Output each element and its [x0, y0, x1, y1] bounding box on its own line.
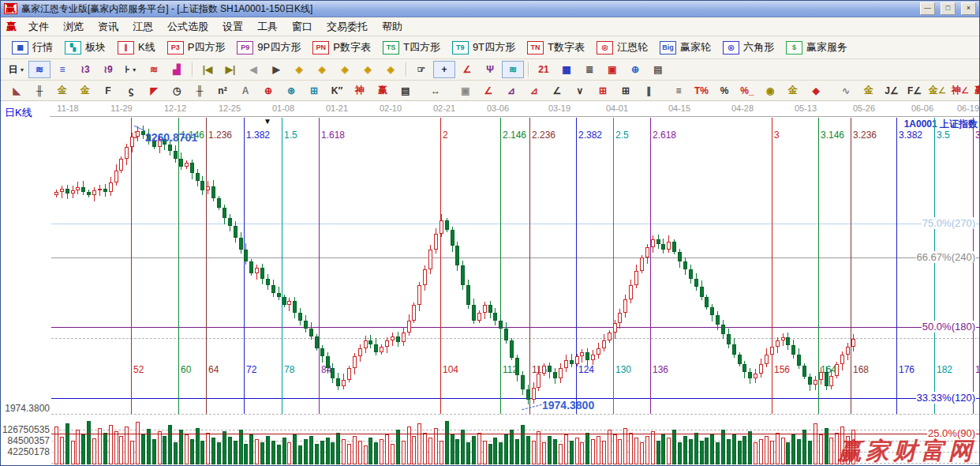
angle-channel-tool[interactable]: A — [234, 82, 256, 100]
gold-gate-tool[interactable]: 金 — [51, 82, 73, 100]
percent-tool[interactable]: % — [713, 82, 735, 100]
notes-button[interactable]: ≣ — [578, 61, 600, 78]
fan-box2-tool[interactable]: ⊿ — [523, 82, 545, 100]
quote-button[interactable]: ▦行情 — [7, 38, 58, 57]
gold-underline-tool[interactable]: 金 — [858, 82, 880, 100]
v-wave-tool[interactable]: ∨ — [569, 82, 591, 100]
t-number-button[interactable]: TNT数字表 — [522, 38, 589, 57]
fan-box-tool[interactable]: ⊿ — [500, 82, 522, 100]
last-page-button[interactable]: ▶| — [219, 61, 241, 78]
save-button[interactable]: ▣ — [601, 61, 623, 78]
gold-line-tool[interactable]: 金 — [782, 82, 804, 100]
n-square-tool[interactable]: n² — [211, 82, 234, 100]
rays-tool[interactable]: ∠ — [546, 82, 568, 100]
p-number-button[interactable]: PNP数字表 — [308, 38, 376, 57]
pattern-teal-button[interactable]: ≋ — [502, 61, 524, 78]
p-square-button[interactable]: P3P四方形 — [163, 38, 230, 57]
menu-item-6[interactable]: 工具 — [250, 17, 285, 36]
calendar-button[interactable]: 21 — [533, 61, 555, 78]
win-angle-tool[interactable]: 赢∠ — [972, 82, 980, 100]
hexagon-button[interactable]: ◎六角形 — [718, 38, 779, 57]
menu-item-9[interactable]: 帮助 — [375, 17, 410, 36]
prev-button[interactable]: ◀ — [242, 61, 264, 78]
wave-9-button[interactable]: ≀9 — [97, 61, 119, 78]
menu-item-0[interactable]: 文件 — [21, 17, 56, 36]
width-measure-tool[interactable]: ↔ — [425, 82, 447, 100]
next-button[interactable]: ▶ — [265, 61, 287, 78]
time-marks-tool[interactable]: ╫ — [28, 82, 50, 100]
t-percent-tool[interactable]: T% — [690, 82, 713, 100]
minimize-button[interactable]: — — [920, 2, 935, 15]
box-select-tool[interactable]: ▣ — [454, 82, 477, 100]
t-square-button[interactable]: TST四方形 — [378, 38, 445, 57]
menu-item-8[interactable]: 交易委托 — [320, 17, 375, 36]
levels-tool[interactable]: ≡ — [668, 82, 690, 100]
menu-item-1[interactable]: 浏览 — [56, 17, 91, 36]
close-button[interactable]: × — [961, 2, 976, 15]
fan-red-tool[interactable]: ∠ — [477, 82, 499, 100]
grid-red-tool[interactable]: ⊞ — [592, 82, 614, 100]
star-web-tool[interactable]: ⊛ — [280, 82, 302, 100]
parallel-lines-tool[interactable]: ∥ — [638, 82, 660, 100]
gann-wheel-button[interactable]: ◎江恩轮 — [592, 38, 653, 57]
kline-style-button[interactable]: 日▼ — [6, 61, 28, 78]
gann-circle-tool[interactable]: ⊕ — [257, 82, 279, 100]
ink-tool[interactable]: ◆ — [805, 82, 827, 100]
candle-tool-button-dropdown-icon[interactable]: ▼ — [132, 67, 137, 73]
red-eraser-tool[interactable]: ◤ — [143, 82, 165, 100]
k-note-tool[interactable]: K″ — [326, 82, 348, 100]
gann-tool-button[interactable]: Ψ — [479, 61, 501, 78]
print-button[interactable]: ▤ — [647, 61, 669, 78]
sector-button[interactable]: ▚板块 — [60, 38, 110, 57]
wave-3-button[interactable]: ≀3 — [74, 61, 96, 78]
volume-bar — [493, 438, 497, 464]
p9-square-button[interactable]: P99P四方形 — [232, 38, 305, 57]
menu-item-7[interactable]: 窗口 — [285, 17, 320, 36]
pattern-red-button[interactable]: ≋ — [143, 61, 165, 78]
calculator-button[interactable]: ▦ — [555, 61, 578, 78]
menu-item-2[interactable]: 资讯 — [91, 17, 125, 36]
diamond-left-button[interactable]: ◈ — [288, 61, 310, 78]
volume-profile-button[interactable]: ▟ — [166, 61, 188, 78]
menu-item-3[interactable]: 江恩 — [125, 17, 160, 36]
f-angle-tool[interactable]: F∠ — [903, 82, 926, 100]
candle-tool-button[interactable]: ⊦▼ — [120, 61, 142, 78]
percent-line-tool[interactable]: %_ — [736, 82, 758, 100]
time-marks2-tool[interactable]: ╫ — [189, 82, 211, 100]
diamond-right-button[interactable]: ◈ — [311, 61, 333, 78]
kline-style-button-dropdown-icon[interactable]: ▼ — [20, 67, 25, 73]
shen-angle-tool[interactable]: 神∠ — [949, 82, 971, 100]
j-angle-tool[interactable]: J∠ — [881, 82, 903, 100]
web-button[interactable]: ⊕ — [624, 61, 646, 78]
kline-button[interactable]: ∥K线 — [113, 38, 160, 57]
win-marks-tool[interactable]: 赢 — [372, 82, 394, 100]
shen-marks-tool[interactable]: 神 — [349, 82, 371, 100]
winner-service-button[interactable]: $赢家服务 — [781, 38, 852, 57]
a-wave-tool[interactable]: ∿ — [835, 82, 857, 100]
diamond-4way-button[interactable]: ◈ — [380, 61, 402, 78]
crosshair-button[interactable]: + — [433, 61, 455, 78]
winner-wheel-button[interactable]: Big赢家轮 — [655, 38, 716, 57]
gold-gate2-tool[interactable]: 金 — [74, 82, 96, 100]
first-page-button[interactable]: |◀ — [196, 61, 219, 78]
volume-bar — [244, 444, 248, 464]
eraser-tool[interactable]: ◣ — [6, 82, 28, 100]
trendline-button[interactable]: ∠ — [456, 61, 478, 78]
menu-item-5[interactable]: 设置 — [215, 17, 250, 36]
ruler-tool[interactable]: ▤ — [395, 82, 417, 100]
t9-square-button[interactable]: T99T四方形 — [447, 38, 520, 57]
gann-clock-tool[interactable]: ◷ — [166, 82, 188, 100]
gold-circle-tool[interactable]: ◉ — [759, 82, 781, 100]
grid-arrow-tool[interactable]: ⊞ — [615, 82, 637, 100]
coil-tool[interactable]: ϛ — [120, 82, 142, 100]
f-gate-tool[interactable]: F — [97, 82, 119, 100]
menu-item-4[interactable]: 公式选股 — [160, 17, 215, 36]
maximize-button[interactable]: □ — [941, 2, 956, 15]
gold-angle-tool[interactable]: 金∠ — [926, 82, 948, 100]
diamond-compress-button[interactable]: ◈ — [357, 61, 379, 78]
hand-button[interactable]: ☞ — [410, 61, 432, 78]
grid-web-tool[interactable]: ⊞ — [303, 82, 325, 100]
info-list-button[interactable]: ≡ — [51, 61, 73, 78]
diamond-expand-button[interactable]: ◈ — [334, 61, 356, 78]
zoom-pattern-button[interactable]: ≋ — [28, 61, 50, 78]
